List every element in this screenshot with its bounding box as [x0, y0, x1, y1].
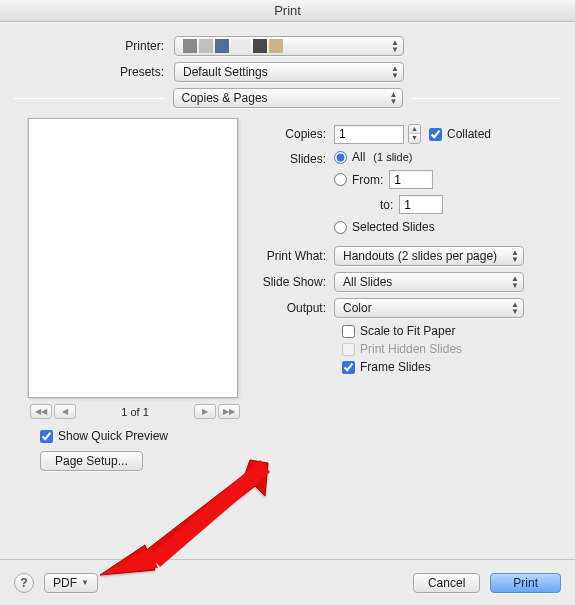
presets-value: Default Settings [183, 65, 268, 79]
output-label: Output: [262, 301, 334, 315]
slides-to-input[interactable] [399, 195, 443, 214]
first-page-button[interactable]: ◀◀ [30, 404, 52, 419]
last-page-button[interactable]: ▶▶ [218, 404, 240, 419]
copies-stepper[interactable]: ▲ ▼ [408, 124, 421, 144]
section-value: Copies & Pages [182, 91, 268, 105]
slides-from-input[interactable] [389, 170, 433, 189]
slides-count-note: (1 slide) [373, 151, 412, 163]
copies-label: Copies: [262, 127, 334, 141]
svg-marker-2 [150, 460, 270, 567]
help-icon: ? [20, 576, 27, 590]
page-setup-button[interactable]: Page Setup... [40, 451, 143, 471]
print-hidden-checkbox: Print Hidden Slides [342, 342, 561, 356]
stepper-up-icon: ▲ [409, 125, 420, 134]
cancel-button[interactable]: Cancel [413, 573, 480, 593]
collated-checkbox[interactable]: Collated [429, 127, 491, 141]
svg-marker-0 [140, 460, 268, 567]
output-select[interactable]: Color ▲▼ [334, 298, 524, 318]
print-button[interactable]: Print [490, 573, 561, 593]
slides-from-radio[interactable]: From: [334, 173, 383, 187]
print-what-select[interactable]: Handouts (2 slides per page) ▲▼ [334, 246, 524, 266]
show-quick-preview-checkbox[interactable]: Show Quick Preview [40, 429, 168, 443]
prev-page-button[interactable]: ◀ [54, 404, 76, 419]
printer-select[interactable]: ▲▼ [174, 36, 404, 56]
chevrons-icon: ▲▼ [511, 301, 519, 315]
frame-slides-checkbox[interactable]: Frame Slides [342, 360, 561, 374]
chevrons-icon: ▲▼ [391, 65, 399, 79]
print-what-label: Print What: [262, 249, 334, 263]
chevrons-icon: ▲▼ [511, 275, 519, 289]
chevrons-icon: ▲▼ [511, 249, 519, 263]
slides-all-radio[interactable]: All [334, 150, 365, 164]
help-button[interactable]: ? [14, 573, 34, 593]
slides-label: Slides: [262, 150, 334, 166]
print-preview [28, 118, 238, 398]
printer-label: Printer: [14, 39, 174, 53]
copies-input[interactable] [334, 125, 404, 144]
dropdown-icon: ▼ [81, 578, 89, 587]
show-quick-preview-input[interactable] [40, 430, 53, 443]
stepper-down-icon: ▼ [409, 134, 420, 143]
slides-selected-radio[interactable]: Selected Slides [334, 220, 443, 234]
collated-input[interactable] [429, 128, 442, 141]
slide-show-label: Slide Show: [262, 275, 334, 289]
scale-to-fit-checkbox[interactable]: Scale to Fit Paper [342, 324, 561, 338]
chevrons-icon: ▲▼ [390, 91, 398, 105]
window-title: Print [0, 0, 575, 22]
page-indicator: 1 of 1 [121, 406, 149, 418]
presets-select[interactable]: Default Settings ▲▼ [174, 62, 404, 82]
next-page-button[interactable]: ▶ [194, 404, 216, 419]
chevrons-icon: ▲▼ [391, 39, 399, 53]
section-select[interactable]: Copies & Pages ▲▼ [173, 88, 403, 108]
pdf-menu-button[interactable]: PDF ▼ [44, 573, 98, 593]
slides-to-label: to: [380, 198, 393, 212]
slide-show-select[interactable]: All Slides ▲▼ [334, 272, 524, 292]
presets-label: Presets: [14, 65, 174, 79]
